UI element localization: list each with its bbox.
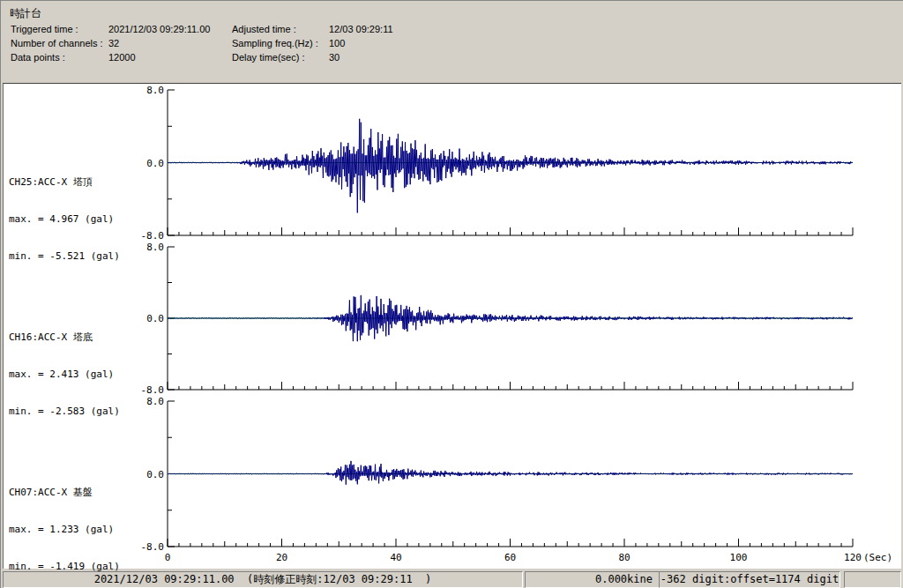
delay-time-value: 30 [329, 52, 340, 63]
app-window: 時計台 Triggered time : 2021/12/03 09:29:11… [0, 0, 903, 588]
header-row: Triggered time : 2021/12/03 09:29:11.00 … [1, 24, 903, 36]
x-tick-label: 40 [390, 552, 401, 563]
channel-max: max. = 4.967 (gal) [9, 213, 159, 226]
delay-time-label: Delay time(sec) : [232, 52, 305, 63]
waveform-trace [168, 295, 853, 341]
waveform-trace [168, 119, 853, 213]
channel-label: CH07:ACC-X 基盤 max. = 1.233 (gal) min. = … [9, 462, 159, 588]
channel-max: max. = 1.233 (gal) [9, 524, 159, 536]
triggered-time-value: 2021/12/03 09:29:11.00 [108, 24, 210, 34]
num-channels-value: 32 [108, 38, 119, 48]
channel-name: CH25:ACC-X 塔頂 [9, 176, 159, 189]
y-tick-label: 8.0 [146, 85, 164, 96]
adjusted-time-value: 12/03 09:29:11 [329, 24, 393, 34]
status-extra [844, 571, 901, 588]
status-digit-offset: -362 digit:offset=1174 digit [659, 571, 840, 588]
waveform-trace [168, 461, 853, 485]
channel-min: min. = -5.521 (gal) [9, 250, 159, 263]
channel-label: CH16:ACC-X 塔底 max. = 2.413 (gal) min. = … [9, 307, 159, 443]
header-row: Data points : 12000 Delay time(sec) : 30 [1, 52, 903, 64]
channel-name: CH07:ACC-X 基盤 [9, 487, 159, 499]
sampling-freq-value: 100 [329, 38, 345, 48]
x-tick-label: 60 [504, 552, 516, 563]
data-points-label: Data points : [11, 52, 65, 63]
header-row: Number of channels : 32 Sampling freq.(H… [1, 38, 903, 50]
adjusted-time-label: Adjusted time : [232, 24, 296, 34]
channel-min: min. = -2.583 (gal) [9, 406, 159, 418]
num-channels-label: Number of channels : [11, 38, 103, 48]
status-kine-value: 0.000kine [525, 571, 660, 588]
x-tick-label: 0 [165, 552, 171, 563]
sampling-freq-label: Sampling freq.(Hz) : [232, 38, 318, 48]
x-tick-label: 120 [844, 552, 862, 563]
data-points-value: 12000 [108, 52, 136, 63]
window-title: 時計台 [10, 6, 41, 21]
channel-label: CH25:ACC-X 塔頂 max. = 4.967 (gal) min. = … [9, 152, 159, 287]
x-axis-unit: (Sec) [863, 552, 892, 563]
triggered-time-label: Triggered time : [11, 24, 78, 34]
channel-name: CH16:ACC-X 塔底 [9, 331, 159, 344]
x-tick-label: 20 [276, 552, 287, 563]
status-time: 2021/12/03 09:29:11.00 (時刻修正時刻:12/03 09:… [3, 571, 523, 588]
x-tick-label: 80 [618, 552, 630, 563]
x-tick-label: 100 [730, 552, 748, 563]
channel-max: max. = 2.413 (gal) [9, 368, 159, 381]
